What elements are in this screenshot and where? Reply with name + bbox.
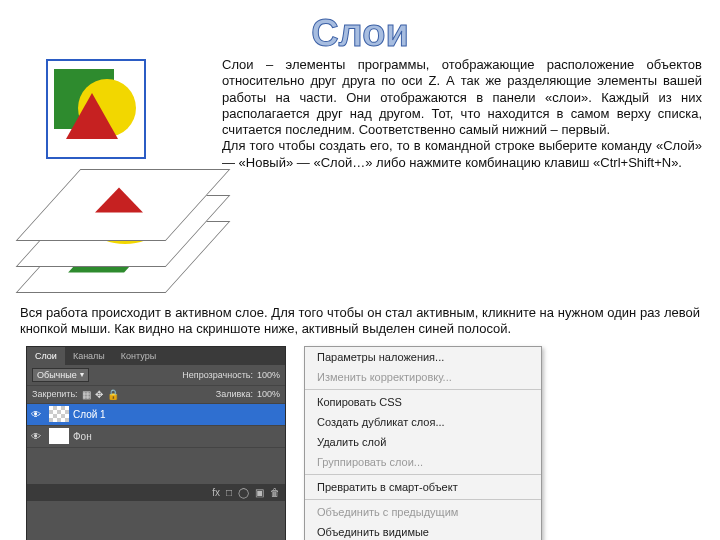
blend-mode-label: Обычные <box>37 370 77 380</box>
menu-item-copy-css[interactable]: Копировать CSS <box>305 392 541 412</box>
menu-item-merge-visible[interactable]: Объединить видимые <box>305 522 541 541</box>
menu-item-merge-down: Объединить с предыдущим <box>305 502 541 522</box>
panel-row-lock: Закрепить: ▦ ✥ 🔒 Заливка: 100% <box>27 386 285 404</box>
lock-position-icon[interactable]: ✥ <box>95 389 103 400</box>
blend-mode-dropdown[interactable]: Обычные ▾ <box>32 368 89 382</box>
panels-row: Слои Каналы Контуры Обычные ▾ Непрозрачн… <box>18 346 702 541</box>
visibility-eye-icon[interactable]: 👁 <box>27 409 45 420</box>
tab-layers[interactable]: Слои <box>27 347 65 365</box>
mask-icon[interactable]: □ <box>226 487 232 498</box>
panel-row-mode: Обычные ▾ Непрозрачность: 100% <box>27 365 285 386</box>
top-row: Слои – элементы программы, отображающие … <box>18 57 702 295</box>
lock-pixels-icon[interactable]: ▦ <box>82 389 91 400</box>
fill-label: Заливка: <box>216 389 253 399</box>
tab-channels[interactable]: Каналы <box>65 347 113 365</box>
new-layer-icon[interactable]: ▣ <box>255 487 264 498</box>
menu-item-edit-adjustment: Изменить корректировку... <box>305 367 541 387</box>
menu-separator <box>305 474 541 475</box>
layer-name: Фон <box>73 431 92 442</box>
fill-value[interactable]: 100% <box>257 389 280 399</box>
panel-footer: fx □ ◯ ▣ 🗑 <box>27 484 285 501</box>
illustrations <box>18 57 208 295</box>
fx-icon[interactable]: fx <box>212 487 220 498</box>
page-title: Слои <box>18 12 702 55</box>
mid-paragraph: Вся работа происходит в активном слое. Д… <box>20 305 700 338</box>
menu-item-duplicate-layer[interactable]: Создать дубликат слоя... <box>305 412 541 432</box>
trash-icon[interactable]: 🗑 <box>270 487 280 498</box>
flat-composite-icon <box>46 59 146 159</box>
tab-paths[interactable]: Контуры <box>113 347 164 365</box>
menu-separator <box>305 389 541 390</box>
visibility-eye-icon[interactable]: 👁 <box>27 431 45 442</box>
layer-row[interactable]: 👁 Фон <box>27 426 285 448</box>
menu-item-group-layers: Группировать слои... <box>305 452 541 472</box>
layer-thumbnail <box>49 428 69 444</box>
menu-separator <box>305 499 541 500</box>
lock-all-icon[interactable]: 🔒 <box>107 389 119 400</box>
adjustment-icon[interactable]: ◯ <box>238 487 249 498</box>
opacity-label: Непрозрачность: <box>182 370 253 380</box>
lock-label: Закрепить: <box>32 389 78 399</box>
menu-item-convert-smart-object[interactable]: Превратить в смарт-объект <box>305 477 541 497</box>
layers-stack-icon <box>18 165 198 295</box>
menu-item-delete-layer[interactable]: Удалить слой <box>305 432 541 452</box>
chevron-down-icon: ▾ <box>80 370 84 379</box>
menu-item-blending-options[interactable]: Параметры наложения... <box>305 347 541 367</box>
red-triangle-icon <box>66 93 118 139</box>
context-menu: Параметры наложения... Изменить корректи… <box>304 346 542 541</box>
layer-thumbnail <box>49 406 69 422</box>
panel-tabs: Слои Каналы Контуры <box>27 347 285 365</box>
opacity-value[interactable]: 100% <box>257 370 280 380</box>
layer-name: Слой 1 <box>73 409 106 420</box>
description-text: Слои – элементы программы, отображающие … <box>222 57 702 295</box>
layer-row[interactable]: 👁 Слой 1 <box>27 404 285 426</box>
layers-panel: Слои Каналы Контуры Обычные ▾ Непрозрачн… <box>26 346 286 541</box>
